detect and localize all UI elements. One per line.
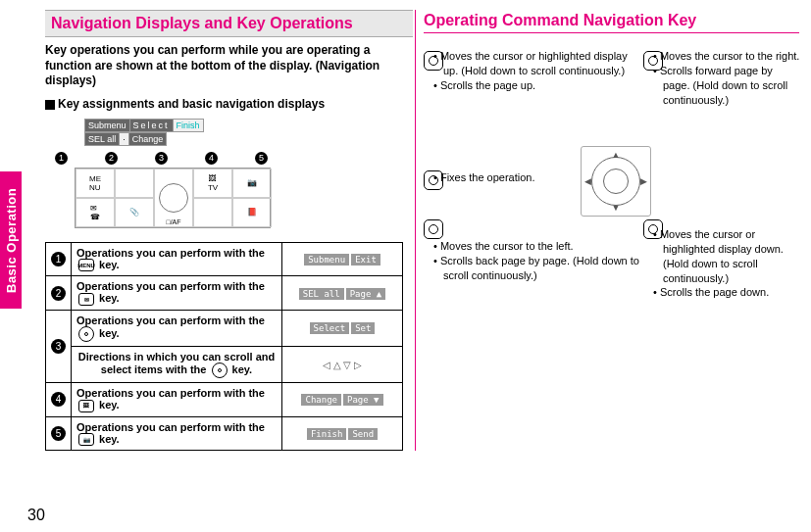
- up-block: Moves the cursor or highlighted display …: [433, 49, 630, 93]
- down-block: Moves the cursor or highlighted display …: [653, 227, 805, 300]
- center-nav-illustration: ▲ ▼ ◀ ▶: [581, 146, 651, 217]
- center-key-icon: [78, 326, 94, 342]
- camera-key-icon: 📷: [78, 433, 94, 446]
- diagram-nums: 1 2 3 4 5: [55, 152, 268, 165]
- page-number: 30: [27, 507, 45, 524]
- nav-key-diagram: Moves the cursor or highlighted display …: [424, 43, 799, 317]
- row-num-icon: 5: [51, 426, 66, 441]
- diagram-top-row2: SEL all · Change: [84, 132, 167, 146]
- center-block: Fixes the operation.: [433, 170, 581, 185]
- picture-key-icon: 🖼: [78, 400, 94, 412]
- direction-arrows-icon: ◁ △ ▽ ▷: [323, 360, 362, 370]
- mail-key-icon: ✉: [78, 293, 94, 306]
- square-bullet-icon: [45, 100, 55, 110]
- row-num-icon: 2: [51, 286, 66, 301]
- side-tab: Basic Operation: [0, 171, 22, 309]
- nav-key-icon: [212, 363, 228, 378]
- table-row: 1 Operations you can perform with the ME…: [46, 242, 403, 276]
- nav-left-key-icon: [424, 219, 443, 239]
- table-row: Directions in which you can scroll and s…: [46, 346, 403, 382]
- row-num-icon: 4: [51, 392, 66, 407]
- table-row: 2 Operations you can perform with the ✉ …: [46, 276, 403, 311]
- heading-nav-displays: Navigation Displays and Key Operations: [45, 10, 413, 37]
- row-num-icon: 3: [51, 339, 66, 354]
- left-column: Navigation Displays and Key Operations K…: [45, 10, 413, 451]
- right-column: Operating Command Navigation Key Moves t…: [415, 10, 799, 451]
- row-num-icon: 1: [51, 252, 66, 266]
- table-row: 4 Operations you can perform with the 🖼 …: [46, 382, 403, 416]
- intro-text: Key operations you can perform while you…: [45, 43, 413, 89]
- block-label: Key assignments and basic navigation dis…: [45, 97, 413, 111]
- diagram-keypad: MENU □/AF 🖼TV 📷 ✉☎ 📎 📕: [75, 168, 271, 228]
- heading-command-nav: Operating Command Navigation Key: [424, 10, 799, 33]
- key-diagram: Submenu Select Finish SEL all · Change 1…: [45, 119, 310, 228]
- diagram-top-row: Submenu Select Finish: [84, 119, 204, 132]
- table-row: 5 Operations you can perform with the 📷 …: [46, 416, 403, 451]
- menu-key-icon: MENU: [78, 259, 94, 271]
- left-block: Moves the cursor to the left. Scrolls ba…: [433, 239, 639, 283]
- right-block: Moves the cursor to the right. Scrolls f…: [653, 49, 802, 107]
- table-row: 3 Operations you can perform with the ke…: [46, 310, 403, 346]
- operations-table: 1 Operations you can perform with the ME…: [45, 242, 403, 451]
